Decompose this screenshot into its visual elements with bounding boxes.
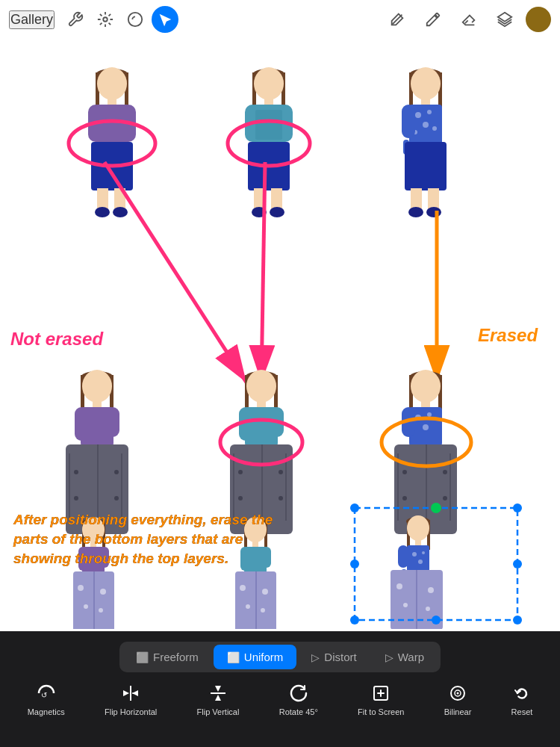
svg-point-92: [411, 370, 441, 403]
pen-tool-icon[interactable]: [384, 6, 411, 33]
layers-icon[interactable]: [491, 6, 518, 33]
svg-text:parts of the bottom layers tha: parts of the bottom layers that are: [13, 531, 243, 547]
warp-icon: ▷: [385, 651, 393, 663]
tab-uniform[interactable]: ⬜ Uniform: [214, 645, 297, 669]
top-toolbar: Gallery: [0, 0, 560, 39]
canvas-area: Not erased Erased: [0, 39, 560, 631]
svg-point-105: [402, 496, 407, 500]
svg-point-151: [428, 587, 434, 593]
fit-to-screen-label: Fit to Screen: [358, 707, 404, 716]
svg-point-152: [403, 603, 408, 607]
svg-point-119: [78, 585, 84, 591]
svg-point-161: [432, 616, 441, 624]
reset-button[interactable]: Reset: [511, 683, 533, 716]
rotate-45-icon: [288, 683, 309, 704]
svg-text:↺: ↺: [41, 691, 47, 699]
svg-point-14: [95, 207, 110, 217]
tab-warp[interactable]: ▷ Warp: [372, 645, 438, 669]
svg-rect-146: [398, 545, 408, 568]
svg-point-155: [350, 503, 359, 512]
svg-point-96: [427, 412, 432, 417]
magnetics-button[interactable]: ↺ Magnetics: [28, 683, 65, 716]
svg-text:showing through the top layers: showing through the top layers.: [13, 551, 228, 566]
main-illustration: Not erased Erased: [0, 39, 560, 629]
reset-icon: [511, 683, 532, 704]
svg-point-144: [422, 551, 425, 554]
wrench-icon[interactable]: [62, 6, 89, 33]
reset-label: Reset: [511, 707, 533, 716]
fit-to-screen-icon: [370, 683, 391, 704]
svg-rect-43: [405, 142, 447, 190]
svg-point-19: [254, 67, 284, 100]
adjustments-icon[interactable]: [92, 6, 119, 33]
svg-point-29: [270, 207, 284, 217]
svg-rect-82: [233, 453, 234, 521]
smudge-icon[interactable]: [122, 6, 149, 33]
svg-point-33: [411, 67, 441, 100]
flip-vertical-button[interactable]: Flip Vertical: [197, 683, 240, 716]
svg-point-86: [279, 470, 283, 474]
svg-point-47: [426, 207, 441, 217]
svg-rect-24: [255, 110, 282, 140]
flip-horizontal-icon: [120, 683, 141, 704]
fit-to-screen-button[interactable]: Fit to Screen: [358, 683, 404, 716]
svg-rect-132: [255, 571, 257, 629]
svg-point-85: [238, 470, 243, 474]
svg-text:Not erased: Not erased: [10, 329, 104, 349]
svg-rect-67: [121, 453, 122, 521]
svg-rect-127: [252, 541, 258, 548]
tab-freeform[interactable]: ⬜ Freeform: [122, 645, 212, 669]
flip-horizontal-label: Flip Horizontal: [105, 707, 157, 716]
user-avatar[interactable]: [526, 7, 551, 32]
gallery-button[interactable]: Gallery: [9, 10, 55, 29]
svg-point-140: [407, 515, 429, 541]
toolbar-right: [382, 6, 551, 33]
svg-rect-66: [69, 453, 70, 521]
bottom-actions: ↺ Magnetics Flip Horizontal Flip Vertica…: [0, 683, 560, 716]
svg-point-87: [238, 496, 243, 500]
rotate-45-button[interactable]: Rotate 45°: [279, 683, 318, 716]
svg-point-136: [261, 608, 265, 613]
bilinear-button[interactable]: Bilinear: [444, 683, 472, 716]
eraser-icon[interactable]: [455, 6, 482, 33]
svg-point-120: [100, 589, 106, 595]
svg-rect-149: [416, 570, 417, 629]
flip-vertical-icon: [208, 683, 228, 704]
svg-point-135: [246, 604, 250, 609]
svg-point-97: [423, 424, 429, 430]
svg-point-159: [513, 560, 522, 568]
svg-rect-100: [397, 453, 399, 521]
svg-rect-130: [244, 547, 267, 573]
magnetics-icon: ↺: [36, 683, 57, 704]
svg-point-134: [262, 589, 268, 595]
svg-point-15: [113, 207, 128, 217]
svg-text:Erased: Erased: [478, 325, 538, 345]
svg-rect-141: [415, 539, 421, 546]
svg-rect-142: [407, 545, 429, 571]
uniform-icon: ⬜: [227, 651, 240, 663]
svg-point-121: [84, 604, 88, 609]
svg-point-178: [457, 692, 459, 695]
svg-point-6: [97, 67, 127, 100]
svg-line-52: [105, 162, 246, 382]
svg-point-162: [513, 616, 522, 624]
bilinear-icon: [447, 683, 468, 704]
tab-distort[interactable]: ▷ Distort: [298, 645, 370, 669]
svg-rect-118: [93, 571, 95, 629]
brush-icon[interactable]: [420, 6, 447, 33]
svg-point-72: [114, 496, 119, 500]
svg-point-40: [432, 126, 437, 131]
distort-icon: ▷: [311, 651, 320, 663]
svg-point-157: [513, 503, 522, 512]
svg-point-106: [443, 496, 447, 500]
bottom-toolbar: ⬜ Freeform ⬜ Uniform ▷ Distort ▷ Warp ↺ …: [0, 631, 560, 747]
transform-tabs: ⬜ Freeform ⬜ Uniform ▷ Distort ▷ Warp: [119, 642, 441, 672]
flip-horizontal-button[interactable]: Flip Horizontal: [105, 683, 157, 716]
svg-point-38: [423, 122, 429, 128]
svg-rect-83: [285, 453, 287, 521]
svg-point-69: [74, 470, 78, 474]
bilinear-label: Bilinear: [444, 707, 472, 716]
svg-point-160: [350, 616, 359, 624]
cursor-icon[interactable]: [152, 6, 178, 33]
svg-point-163: [431, 503, 441, 513]
